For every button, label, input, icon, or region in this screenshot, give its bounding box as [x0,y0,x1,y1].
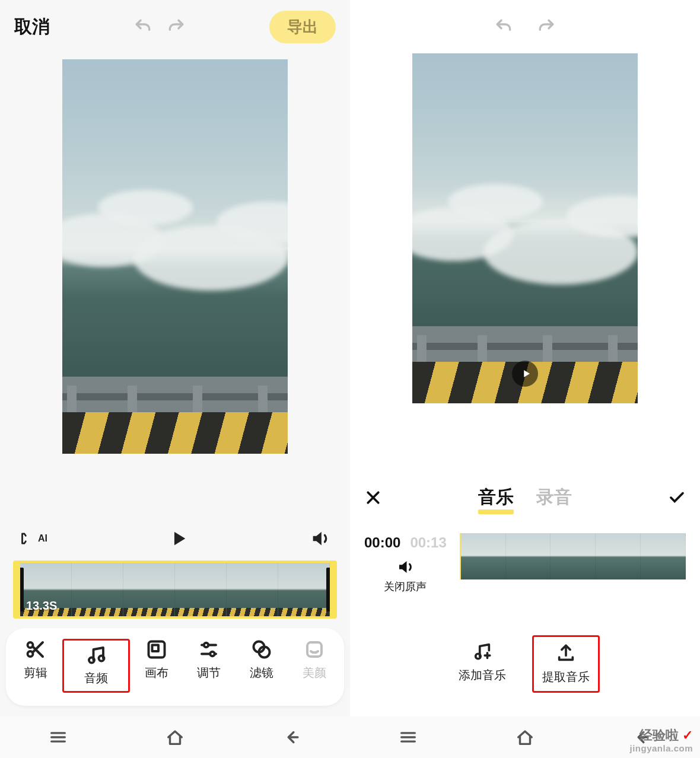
tool-beauty[interactable]: 美颜 [288,639,341,693]
system-navbar [0,716,350,758]
clip-duration: 13.3S [26,599,57,613]
tab-record[interactable]: 录音 [536,485,572,509]
svg-point-7 [211,652,215,657]
extract-music-button[interactable]: 提取音乐 [532,635,600,693]
svg-point-6 [204,643,209,648]
play-icon[interactable] [168,528,189,549]
volume-icon [396,558,414,576]
redo-icon[interactable] [537,17,556,36]
video-preview[interactable] [412,53,638,403]
preview-area [350,53,700,470]
undo-icon[interactable] [133,17,152,36]
timeline[interactable]: 13.3S [13,560,337,619]
svg-point-3 [99,656,104,661]
audio-thumbnails[interactable] [460,533,686,579]
video-preview[interactable] [62,59,288,454]
svg-rect-10 [307,642,322,657]
tool-tray: 剪辑 音频 画布 调节 滤镜 美颜 [6,628,344,706]
editor-left-pane: 取消 导出 AI 13 [0,0,350,758]
filter-icon [251,639,272,660]
redo-icon[interactable] [167,17,186,36]
watermark: 经验啦 ✓ jingyanla.com [629,728,693,753]
panel-tabs: 音乐 录音 [478,485,572,509]
time-current: 00:00 [364,534,400,551]
preview-area [0,53,350,518]
tool-adjust[interactable]: 调节 [183,639,236,693]
trim-handle-right[interactable] [326,568,331,612]
volume-icon[interactable] [310,528,330,549]
back-icon[interactable] [282,727,302,747]
cancel-button[interactable]: 取消 [14,15,50,39]
play-overlay-icon[interactable] [512,361,538,387]
audio-actions: 添加音乐 提取音乐 [364,594,686,716]
time-total: 00:13 [410,534,446,551]
mute-original-button[interactable]: 关闭原声 [364,558,447,594]
upload-icon [556,643,576,663]
menu-icon[interactable] [398,727,418,747]
tab-music[interactable]: 音乐 [478,485,514,509]
ai-icon[interactable]: AI [20,530,47,547]
topbar: 取消 导出 [0,0,350,53]
home-icon[interactable] [515,727,535,747]
audio-panel: 音乐 录音 00:00 00:13 关闭原声 [350,470,700,716]
tool-canvas[interactable]: 画布 [130,639,183,693]
svg-point-11 [476,654,481,659]
confirm-icon[interactable] [668,489,686,507]
music-plus-icon [472,641,492,661]
editor-right-pane: 音乐 录音 00:00 00:13 关闭原声 [350,0,700,758]
beauty-icon [304,639,325,660]
tool-filter[interactable]: 滤镜 [236,639,288,693]
menu-icon[interactable] [48,727,68,747]
tool-audio[interactable]: 音频 [62,639,131,693]
canvas-icon [146,639,167,660]
scissors-icon [25,639,46,660]
export-button[interactable]: 导出 [269,11,336,43]
sliders-icon [198,639,219,660]
transport-row: AI [0,518,350,555]
close-icon[interactable] [364,489,382,507]
svg-point-2 [89,658,94,663]
tool-edit[interactable]: 剪辑 [9,639,62,693]
add-music-button[interactable]: 添加音乐 [450,635,514,693]
trim-handle-left[interactable] [19,568,24,612]
home-icon[interactable] [165,727,185,747]
music-note-icon [85,644,107,665]
topbar [350,0,700,53]
undo-icon[interactable] [494,17,513,36]
svg-rect-5 [152,645,158,652]
audio-timeline-row: 00:00 00:13 关闭原声 [364,533,686,594]
